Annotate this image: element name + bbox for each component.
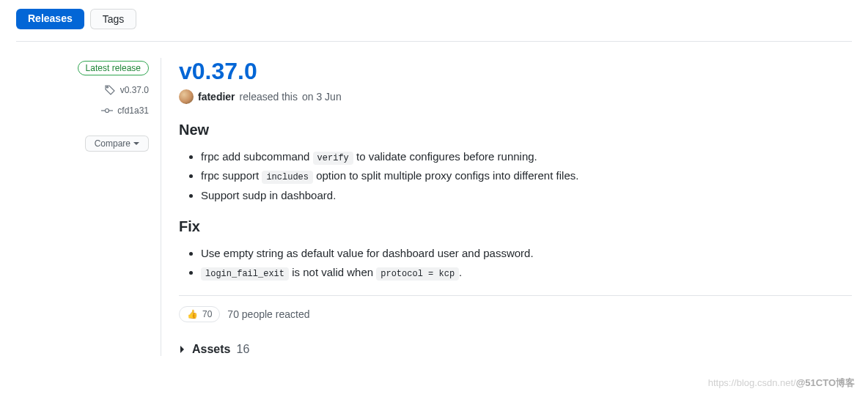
list-item: login_fail_exit is not valid when protoc…: [201, 263, 852, 282]
release-date: on 3 Jun: [302, 91, 342, 103]
tab-tags[interactable]: Tags: [90, 9, 137, 29]
reactions-summary: 70 people reacted: [227, 308, 309, 320]
compare-label: Compare: [95, 138, 130, 149]
reaction-thumbsup[interactable]: 👍 70: [179, 306, 220, 322]
main: v0.37.0 fatedier released this on 3 Jun …: [161, 58, 852, 356]
assets-count: 16: [236, 343, 249, 356]
text: frpc support: [201, 169, 262, 182]
avatar[interactable]: [179, 89, 194, 104]
text: is not valid when: [289, 266, 376, 278]
text: Use empty string as default value for da…: [201, 247, 534, 259]
text: option to split multiple proxy configs i…: [313, 169, 578, 182]
author-name[interactable]: fatedier: [198, 91, 235, 103]
text: to validate configures before running.: [353, 150, 537, 163]
code: login_fail_exit: [201, 267, 289, 281]
code: includes: [262, 171, 313, 184]
list-item: Use empty string as default value for da…: [201, 244, 852, 263]
reactions-row: 👍 70 70 people reacted: [179, 306, 852, 322]
list-item: frpc support includes option to split mu…: [201, 166, 852, 185]
release-title[interactable]: v0.37.0: [179, 58, 852, 85]
content: Latest release v0.37.0 cfd1a31 Compare v…: [16, 58, 852, 356]
fix-list: Use empty string as default value for da…: [179, 244, 852, 283]
sidebar: Latest release v0.37.0 cfd1a31 Compare: [16, 58, 161, 356]
text: .: [459, 266, 462, 278]
text: frpc add subcommand: [201, 150, 313, 163]
list-item: frpc add subcommand verify to validate c…: [201, 147, 852, 166]
chevron-right-icon: [179, 346, 186, 353]
text: Support sudp in dashboard.: [201, 189, 336, 201]
divider: [179, 295, 852, 296]
tag-line[interactable]: v0.37.0: [104, 84, 149, 96]
latest-release-badge: Latest release: [78, 61, 149, 75]
code: protocol = kcp: [376, 267, 459, 281]
svg-point-0: [106, 109, 109, 113]
released-text: released this: [240, 91, 298, 103]
tag-text: v0.37.0: [120, 85, 149, 95]
list-item: Support sudp in dashboard.: [201, 186, 852, 205]
assets-toggle[interactable]: Assets 16: [179, 343, 852, 356]
code: verify: [313, 152, 353, 165]
tab-releases[interactable]: Releases: [16, 9, 84, 29]
commit-line[interactable]: cfd1a31: [101, 105, 149, 116]
section-fix-heading: Fix: [179, 218, 852, 235]
author-line: fatedier released this on 3 Jun: [179, 89, 852, 104]
new-list: frpc add subcommand verify to validate c…: [179, 147, 852, 205]
compare-button[interactable]: Compare: [85, 136, 149, 152]
section-new-heading: New: [179, 122, 852, 138]
commit-sha: cfd1a31: [117, 105, 149, 116]
chevron-down-icon: [133, 142, 139, 146]
commit-icon: [101, 105, 113, 116]
thumbsup-count: 70: [202, 309, 212, 319]
tabs-row: Releases Tags: [16, 9, 852, 42]
assets-label: Assets: [192, 343, 230, 356]
tag-icon: [104, 84, 116, 96]
thumbsup-icon: 👍: [187, 309, 198, 319]
